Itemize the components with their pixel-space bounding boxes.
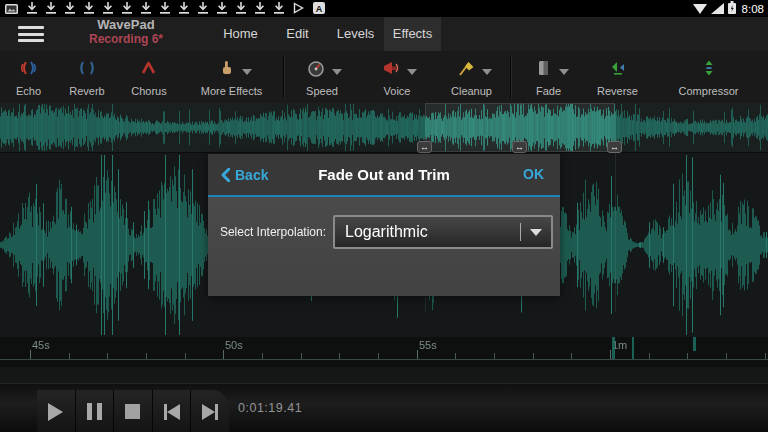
pause-icon xyxy=(87,403,92,420)
transport-bar: 0:01:19.41 xyxy=(0,383,768,432)
chevron-down-icon xyxy=(559,69,569,75)
status-bar-right: 8:08 xyxy=(693,1,764,16)
dialog-title: Fade Out and Trim xyxy=(208,154,560,195)
toolbar-item-label: Speed xyxy=(284,85,360,97)
battery-charging-icon xyxy=(728,0,736,18)
document-title: Recording 6* xyxy=(60,33,192,47)
toolbar-item-reverse[interactable]: Reverse xyxy=(586,51,649,103)
download-icon xyxy=(141,0,151,18)
next-icon xyxy=(202,404,215,420)
interpolation-field-label: Select Interpolation: xyxy=(214,225,326,239)
dropdown-arrow-icon xyxy=(530,229,542,236)
previous-button[interactable] xyxy=(153,390,192,432)
dropdown-selected-value: Logarithmic xyxy=(345,217,428,247)
download-icon xyxy=(217,0,227,18)
waveform-spike xyxy=(612,337,615,359)
download-icon xyxy=(65,0,75,18)
stop-button[interactable] xyxy=(114,390,153,432)
transport-buttons xyxy=(37,390,229,432)
download-icon xyxy=(274,0,284,18)
tab-effects[interactable]: Effects xyxy=(384,17,441,51)
toolbar-item-label: Compressor xyxy=(649,85,768,97)
toolbar-item-echo[interactable]: Echo xyxy=(0,51,57,103)
reverse-icon xyxy=(586,57,649,79)
toolbar-item-label: Reverse xyxy=(586,85,649,97)
timeline-ruler[interactable]: 45s50s55s1m xyxy=(0,337,768,383)
title-block: WavePad Recording 6* xyxy=(60,18,192,47)
chevron-down-icon xyxy=(482,69,492,75)
toolbar-item-compressor[interactable]: Compressor xyxy=(649,51,768,103)
svg-text:A: A xyxy=(316,3,323,13)
status-bar-left-icons: A xyxy=(5,2,325,15)
status-bar: A 8:08 xyxy=(0,0,768,17)
compressor-icon xyxy=(649,57,768,79)
effects-toolbar: EchoReverbChorusMore EffectsSpeedVoiceCl… xyxy=(0,51,768,103)
app-title: WavePad xyxy=(60,18,192,33)
waveform-spike xyxy=(632,337,634,359)
toolbar-item-cleanup[interactable]: Cleanup xyxy=(434,51,509,103)
download-icon xyxy=(103,0,113,18)
chevron-down-icon xyxy=(332,69,342,75)
toolbar-item-label: Reverb xyxy=(57,85,117,97)
download-icon xyxy=(84,0,94,18)
download-icon xyxy=(198,0,208,18)
toolbar-item-label: Echo xyxy=(0,85,57,97)
clock-text: 8:08 xyxy=(742,3,764,15)
waveform-spike xyxy=(693,337,696,351)
download-icon xyxy=(255,0,265,18)
cellular-signal-icon xyxy=(711,0,724,18)
toolbar-item-label: Chorus xyxy=(117,85,181,97)
app-header: WavePad Recording 6* HomeEditLevelsEffec… xyxy=(0,17,768,51)
fade-out-trim-dialog: Back Fade Out and Trim OK Select Interpo… xyxy=(208,154,560,296)
toolbar-item-label: Cleanup xyxy=(434,85,509,97)
more-effects-icon xyxy=(169,57,282,79)
letter-a-badge-icon: A xyxy=(313,0,325,18)
wavepad-app: A 8:08 WavePad Recording 6* HomeEditLeve… xyxy=(0,0,768,432)
previous-icon xyxy=(167,404,180,420)
tab-home[interactable]: Home xyxy=(212,17,269,51)
download-icon xyxy=(179,0,189,18)
toolbar-separator xyxy=(283,56,284,98)
toolbar-item-reverb[interactable]: Reverb xyxy=(57,51,117,103)
download-icon xyxy=(236,0,246,18)
play-outline-icon xyxy=(293,0,304,18)
pause-button[interactable] xyxy=(76,390,115,432)
play-icon xyxy=(48,403,63,421)
echo-icon xyxy=(0,57,57,79)
stop-icon xyxy=(125,404,140,419)
menu-icon[interactable] xyxy=(18,26,44,42)
interpolation-dropdown[interactable]: Logarithmic xyxy=(333,215,553,249)
download-icon xyxy=(160,0,170,18)
ok-button[interactable]: OK xyxy=(523,154,544,195)
chevron-down-icon xyxy=(242,69,252,75)
toolbar-item-label: Voice xyxy=(360,85,434,97)
play-button[interactable] xyxy=(37,390,76,432)
selection-handle[interactable]: ↔ xyxy=(512,141,527,153)
timeline-tick-label: 45s xyxy=(32,339,50,351)
tab-levels[interactable]: Levels xyxy=(327,17,384,51)
ruler-ticks-canvas xyxy=(0,337,768,383)
timeline-tick-label: 50s xyxy=(225,339,243,351)
download-icons-group xyxy=(27,0,284,18)
toolbar-item-label: Fade xyxy=(511,85,586,97)
reverb-icon xyxy=(57,57,117,79)
timeline-tick-label: 55s xyxy=(419,339,437,351)
selection-handle[interactable]: ↔ xyxy=(607,141,622,153)
fade-icon xyxy=(499,57,586,79)
tab-edit[interactable]: Edit xyxy=(269,17,326,51)
playback-time: 0:01:19.41 xyxy=(238,384,302,432)
cleanup-icon xyxy=(422,57,509,79)
toolbar-item-fade[interactable]: Fade xyxy=(511,51,586,103)
speed-icon xyxy=(272,57,360,79)
wifi-icon xyxy=(693,0,707,18)
next-button[interactable] xyxy=(191,390,229,432)
toolbar-separator xyxy=(510,56,511,98)
dropdown-separator xyxy=(520,223,521,241)
selection-handle[interactable]: ↔ xyxy=(417,141,432,153)
screenshot-icon xyxy=(5,0,18,18)
chevron-down-icon xyxy=(407,69,417,75)
download-icon xyxy=(27,0,37,18)
toolbar-item-label: More Effects xyxy=(181,85,282,97)
download-icon xyxy=(46,0,56,18)
toolbar-item-more-effects[interactable]: More Effects xyxy=(181,51,282,103)
